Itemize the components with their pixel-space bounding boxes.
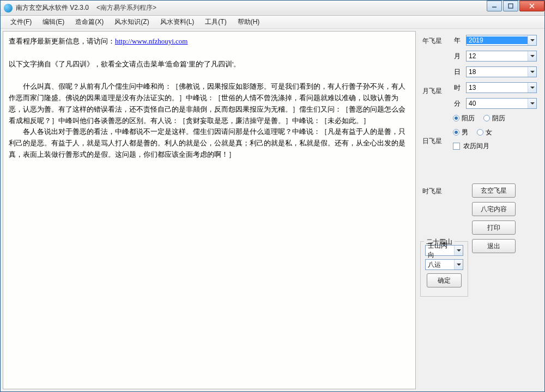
xuankong-button[interactable]: 玄空飞星 xyxy=(472,183,516,198)
solar-radio[interactable]: 阳历 xyxy=(453,114,475,123)
exit-button[interactable]: 退出 xyxy=(472,239,516,253)
chevron-down-icon xyxy=(528,35,536,45)
app-icon xyxy=(4,4,13,13)
direction-combo[interactable]: 壬山丙向 xyxy=(425,245,463,256)
chevron-down-icon xyxy=(528,67,536,77)
male-label: 男 xyxy=(462,128,468,137)
menu-zaoming[interactable]: 造命篇(X) xyxy=(70,16,109,28)
label-month-star: 月飞星 xyxy=(418,84,451,134)
intro-line: 以下文字摘自《了凡四训》，欲看全文请点击菜单'造命篇'里的'了凡四训'。 xyxy=(9,59,410,70)
menu-edit[interactable]: 编辑(E) xyxy=(37,16,70,28)
yun-value: 八运 xyxy=(426,260,454,270)
twentyfour-group: 二十四山 壬山丙向 八运 确定 xyxy=(420,241,468,297)
hour-combo[interactable]: 13 xyxy=(466,82,537,93)
update-prefix: 查看程序最新更新信息，请访问： xyxy=(9,37,115,45)
menu-knowledge[interactable]: 风水知识(Z) xyxy=(109,16,154,28)
paragraph-2: 各人各说出对于善恶的看法，中峰都说不一定是这样。儒生们因请问那是什么道理呢？中峰… xyxy=(9,126,410,160)
leap-check-row[interactable]: 农历闰月 xyxy=(453,142,537,151)
chevron-down-icon xyxy=(528,51,536,61)
label-month: 月 xyxy=(451,52,466,61)
app-window: 南方玄空风水软件 V2.3.0 <南方易学系列程序> 文件(F) 编辑(E) 造… xyxy=(0,0,545,392)
window-title: 南方玄空风水软件 V2.3.0 xyxy=(16,3,89,13)
menubar: 文件(F) 编辑(E) 造命篇(X) 风水知识(Z) 风水资料(L) 工具(T)… xyxy=(1,16,544,29)
chevron-down-icon xyxy=(454,260,463,270)
leap-checkbox[interactable] xyxy=(453,143,460,150)
right-panel: 年飞星 月飞星 日飞星 时飞星 二十四山 壬山丙向 八运 xyxy=(418,31,542,389)
male-radio[interactable]: 男 xyxy=(453,128,468,137)
svg-rect-1 xyxy=(508,4,513,8)
update-link[interactable]: http://www.nfzhouyi.com xyxy=(115,37,187,45)
window-subtitle: <南方易学系列程序> xyxy=(96,3,156,13)
lunar-radio[interactable]: 阴历 xyxy=(483,114,505,123)
label-hour-star: 时飞星 xyxy=(418,185,451,235)
minute-combo[interactable]: 40 xyxy=(466,98,537,109)
solar-label: 阳历 xyxy=(462,114,475,123)
window-buttons xyxy=(486,1,544,11)
leap-label: 农历闰月 xyxy=(463,142,489,151)
menu-tools[interactable]: 工具(T) xyxy=(199,16,232,28)
chevron-down-icon xyxy=(528,99,536,108)
paragraph-1: 什么叫真、假呢？从前有几个儒生问中峰和尚：［佛教说，因果报应如影随形。可是我们看… xyxy=(9,81,410,126)
month-value: 12 xyxy=(467,52,528,60)
radio-icon xyxy=(453,129,459,136)
chevron-down-icon xyxy=(528,83,536,93)
radio-icon xyxy=(477,129,483,136)
minute-value: 40 xyxy=(467,100,528,107)
minimize-button[interactable] xyxy=(487,1,502,11)
chevron-down-icon xyxy=(454,246,463,255)
update-line: 查看程序最新更新信息，请访问：http://www.nfzhouyi.com xyxy=(9,36,410,47)
print-button[interactable]: 打印 xyxy=(472,220,516,235)
confirm-button[interactable]: 确定 xyxy=(427,273,462,287)
lunar-label: 阴历 xyxy=(492,114,505,123)
label-day-star: 日飞星 xyxy=(418,134,451,185)
day-value: 18 xyxy=(467,68,528,76)
close-button[interactable] xyxy=(519,1,544,11)
menu-material[interactable]: 风水资料(L) xyxy=(155,16,200,28)
year-value: 2019 xyxy=(467,36,528,44)
label-year: 年 xyxy=(451,36,466,45)
gender-radio-group: 男 女 xyxy=(453,127,537,137)
bazhai-button[interactable]: 八宅内容 xyxy=(472,202,516,216)
content-pane: 查看程序最新更新信息，请访问：http://www.nfzhouyi.com 以… xyxy=(3,31,416,389)
year-combo[interactable]: 2019 xyxy=(466,35,537,46)
label-hour: 时 xyxy=(451,83,466,93)
label-year-star: 年飞星 xyxy=(418,34,451,84)
radio-icon xyxy=(483,115,490,121)
radio-icon xyxy=(453,115,459,121)
day-combo[interactable]: 18 xyxy=(466,66,537,77)
female-label: 女 xyxy=(486,128,492,137)
calendar-radio-group: 阳历 阴历 xyxy=(453,113,537,123)
titlebar: 南方玄空风水软件 V2.3.0 <南方易学系列程序> xyxy=(1,1,544,16)
hour-value: 13 xyxy=(467,84,528,91)
menu-file[interactable]: 文件(F) xyxy=(5,16,37,28)
female-radio[interactable]: 女 xyxy=(477,128,492,137)
menu-help[interactable]: 帮助(H) xyxy=(232,16,265,28)
star-labels-column: 年飞星 月飞星 日飞星 时飞星 二十四山 壬山丙向 八运 xyxy=(418,31,451,389)
label-minute: 分 xyxy=(451,99,466,108)
yun-combo[interactable]: 八运 xyxy=(425,259,463,270)
date-controls-column: 年 2019 月 12 日 18 时 13 xyxy=(451,31,542,389)
direction-value: 壬山丙向 xyxy=(426,241,454,260)
client-area: 查看程序最新更新信息，请访问：http://www.nfzhouyi.com 以… xyxy=(1,29,544,391)
maximize-button[interactable] xyxy=(503,1,518,11)
label-day: 日 xyxy=(451,68,466,77)
month-combo[interactable]: 12 xyxy=(466,51,537,62)
